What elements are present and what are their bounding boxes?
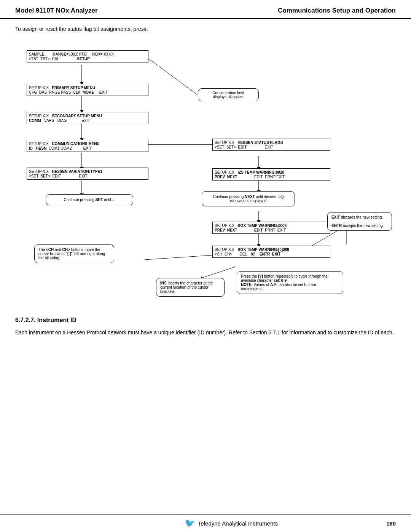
hessen-var-menu-text: <SET SET> EDIT EXIT [29, 174, 88, 178]
exit-text: EXIT discards the new setting.ENTR accep… [331, 215, 384, 228]
hessen-flags-menu: <SET SET> EDIT EXIT [215, 145, 328, 149]
secondary-setup-box: SETUP X.X SECONDARY SETUP MENU COMM VARS… [27, 112, 148, 124]
comm-menu-text: ID HESN COM1 COM2 EXIT [29, 146, 92, 150]
hessen-flags-title: SETUP X.X HESSEN STATUS FLAGS [215, 141, 328, 145]
box-temp2-menu-text: <CH CH> DEL [0] ENTR EXIT [215, 252, 280, 256]
primary-title-text: SETUP X.X PRIMARY SETUP MENU [29, 86, 95, 90]
sample-box: SAMPLE RANGE=500.0 PPB NOX= XXXX <TST TS… [27, 50, 148, 62]
page: Model 9110T NOx Analyzer Communications … [0, 0, 411, 532]
main-content: To assign or reset the status flag bit a… [0, 26, 411, 337]
footer-brand-area: 🐦 Teledyne Analytical Instruments [185, 518, 278, 528]
comm-menu: ID HESN COM1 COM2 EXIT [29, 146, 146, 150]
box-temp1-box: SETUP X.X BOX TEMP WARNING:0008 PREV NEX… [212, 222, 330, 234]
ins-text: INS Inserts the character at the current… [160, 281, 213, 294]
box-temp1-title: SETUP X.X BOX TEMP WARNING:0008 [215, 224, 328, 228]
footer-brand: Teledyne Analytical Instruments [198, 520, 278, 527]
primary-menu: CFG DAS RNGE PASS CLK MORE EXIT [29, 90, 146, 94]
primary-title: SETUP X.X PRIMARY SETUP MENU [29, 86, 146, 90]
primary-setup-box: SETUP X.X PRIMARY SETUP MENU CFG DAS RNG… [27, 84, 148, 96]
continue-set-callout: Continue pressing SET until ... [46, 194, 133, 205]
continue-next-text: Continue pressing NEXT until desired fla… [213, 195, 284, 203]
concentration-callout: Concentration field displays all gases. [198, 88, 259, 101]
exit-callout: EXIT discards the new setting.ENTR accep… [327, 212, 392, 231]
continue-set-text: Continue pressing SET until ... [64, 198, 115, 202]
box-temp2-title: SETUP X.X BOX TEMP WARNING:[0]008 [215, 248, 328, 252]
concentration-text: Concentration field displays all gases. [212, 91, 244, 99]
press-button-text: Press the [?] button repeatedly to cycle… [241, 274, 328, 291]
section-627: 6.7.2.7. Instrument ID Each instrument o… [15, 317, 396, 337]
secondary-title-text: SETUP X.X SECONDARY SETUP MENU [29, 114, 102, 118]
diagram-area: SAMPLE RANGE=500.0 PPB NOX= XXXX <TST TS… [15, 39, 396, 309]
page-footer: 🐦 Teledyne Analytical Instruments 160 [0, 514, 411, 532]
secondary-menu-text: COMM VARS DIAG EXIT [29, 118, 90, 123]
hessen-var-menu: <SET SET> EDIT EXIT [29, 174, 146, 178]
box-temp2-box: SETUP X.X BOX TEMP WARNING:[0]008 <CH CH… [212, 246, 330, 258]
bird-icon: 🐦 [185, 518, 195, 528]
footer-page: 160 [386, 520, 396, 527]
comm-title-text: SETUP X.X COMMUNICATIONS MENU [29, 142, 100, 146]
box-temp1-menu: PREV NEXT EDIT PRNT EXIT [215, 228, 328, 232]
sample-menu: <TST TST> CAL SETUP [29, 57, 90, 61]
hessen-var-box: SETUP X.X HESSEN VARIATION:TYPE1 <SET SE… [27, 168, 148, 180]
intro-text: To assign or reset the status flag bit a… [15, 26, 396, 32]
press-button-callout: Press the [?] button repeatedly to cycle… [237, 271, 343, 294]
continue-next-callout: Continue pressing NEXT until desired fla… [202, 191, 295, 206]
comm-title: SETUP X.X COMMUNICATIONS MENU [29, 142, 146, 146]
svg-line-10 [148, 59, 202, 98]
section-body: Each instrument on a Hessen Protocol net… [15, 328, 396, 337]
box-temp2-menu: <CH CH> DEL [0] ENTR EXIT [215, 252, 328, 256]
ch-text: The <CH and CH> buttons move the cursor … [38, 248, 105, 260]
hessen-flags-menu-text: <SET SET> EDIT EXIT [215, 145, 273, 149]
primary-menu-text: CFG DAS RNGE PASS CLK MORE EXIT [29, 90, 108, 94]
svg-line-23 [202, 267, 236, 278]
secondary-menu: COMM VARS DIAG EXIT [29, 118, 146, 123]
izs-temp-title: SETUP X.X IZS TEMP WARNING:0020 [215, 170, 328, 174]
header-right: Communications Setup and Operation [278, 7, 396, 14]
izs-temp-menu-text: PREV NEXT EDIT PRNT EXIT [215, 175, 285, 179]
section-heading: 6.7.2.7. Instrument ID [15, 317, 396, 324]
box-temp1-title-text: SETUP X.X BOX TEMP WARNING:0008 [215, 224, 287, 228]
page-header: Model 9110T NOx Analyzer Communications … [0, 0, 411, 19]
hessen-flags-box: SETUP X.X HESSEN STATUS FLAGS <SET SET> … [212, 139, 330, 151]
ins-callout: INS Inserts the character at the current… [156, 278, 225, 297]
izs-temp-box: SETUP X.X IZS TEMP WARNING:0020 PREV NEX… [212, 168, 330, 181]
sample-text: SAMPLE RANGE=500.0 PPB NOX= XXXX [29, 52, 114, 56]
izs-temp-menu: PREV NEXT EDIT PRNT EXIT [215, 175, 328, 179]
box-temp2-title-text: SETUP X.X BOX TEMP WARNING:[0]008 [215, 248, 289, 252]
izs-temp-title-text: SETUP X.X IZS TEMP WARNING:0020 [215, 170, 284, 174]
hessen-var-title-text: SETUP X.X HESSEN VARIATION:TYPE1 [29, 169, 102, 174]
hessen-flags-title-text: SETUP X.X HESSEN STATUS FLAGS [215, 141, 283, 145]
header-left: Model 9110T NOx Analyzer [15, 7, 98, 14]
secondary-title: SETUP X.X SECONDARY SETUP MENU [29, 114, 146, 118]
sample-line1: SAMPLE RANGE=500.0 PPB NOX= XXXX [29, 52, 146, 56]
ch-callout: The <CH and CH> buttons move the cursor … [34, 244, 114, 263]
svg-line-21 [145, 255, 213, 260]
box-temp1-menu-text: PREV NEXT EDIT PRNT EXIT [215, 228, 286, 232]
comm-menu-box: SETUP X.X COMMUNICATIONS MENU ID HESN CO… [27, 140, 148, 152]
sample-line2: <TST TST> CAL SETUP [29, 57, 146, 61]
hessen-var-title: SETUP X.X HESSEN VARIATION:TYPE1 [29, 169, 146, 174]
